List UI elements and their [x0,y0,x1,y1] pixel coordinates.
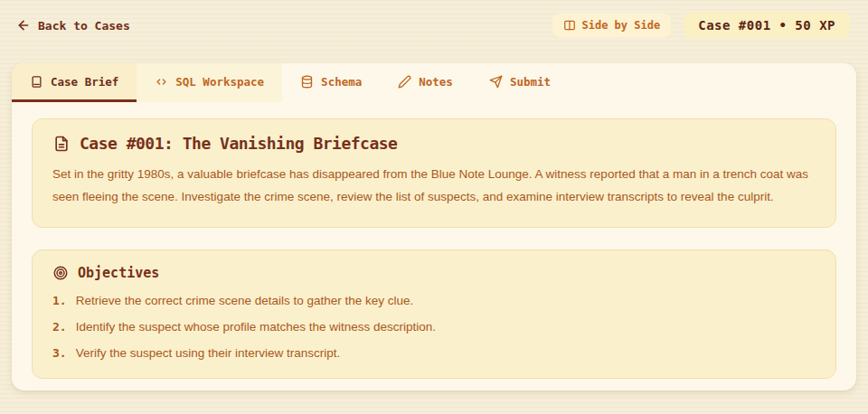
brief-title-row: Case #001: The Vanishing Briefcase [52,134,816,153]
tab-sql-workspace[interactable]: SQL Workspace [137,63,282,102]
file-text-icon [52,135,71,153]
pencil-icon [398,75,411,89]
split-columns-icon [563,19,576,32]
case-title: Case #001: The Vanishing Briefcase [80,134,397,153]
objective-number: 2. [52,320,67,334]
tab-case-brief[interactable]: Case Brief [12,63,137,102]
code-icon [155,75,168,89]
brief-card: Case #001: The Vanishing Briefcase Set i… [32,118,836,228]
target-icon [52,265,69,281]
objective-text: Identify the suspect whose profile match… [76,320,436,334]
case-card: Case Brief SQL Workspace Schema Notes Su… [12,63,856,390]
tab-label: Schema [321,75,362,89]
tab-label: Case Brief [51,75,118,89]
tab-label: Notes [419,75,453,89]
objective-item: 1. Retrieve the correct crime scene deta… [52,294,816,307]
back-to-cases-link[interactable]: Back to Cases [16,18,130,33]
objective-number: 3. [52,346,67,360]
tab-label: SQL Workspace [175,75,264,89]
tab-label: Submit [510,75,551,89]
book-icon [30,75,43,89]
objective-number: 1. [52,294,67,307]
case-xp-badge: Case #001 • 50 XP [684,12,850,39]
tab-schema[interactable]: Schema [282,63,380,102]
objectives-list: 1. Retrieve the correct crime scene deta… [52,294,816,360]
top-bar-right: Side by Side Case #001 • 50 XP [552,12,851,39]
tab-submit[interactable]: Submit [471,63,569,102]
top-bar: Back to Cases Side by Side Case #001 • 5… [0,0,868,42]
tab-bar: Case Brief SQL Workspace Schema Notes Su… [12,63,856,102]
objectives-title-row: Objectives [52,265,816,281]
case-description: Set in the gritty 1980s, a valuable brie… [52,164,816,209]
database-icon [300,75,314,89]
side-by-side-label: Side by Side [582,19,661,32]
back-to-cases-label: Back to Cases [38,19,130,33]
objectives-card: Objectives 1. Retrieve the correct crime… [32,249,836,379]
side-by-side-button[interactable]: Side by Side [552,14,672,37]
send-icon [489,75,503,89]
objective-text: Retrieve the correct crime scene details… [76,294,414,307]
tab-notes[interactable]: Notes [380,63,471,102]
objectives-title: Objectives [78,265,159,281]
case-brief-panel: Case #001: The Vanishing Briefcase Set i… [12,102,856,390]
objective-text: Verify the suspect using their interview… [76,346,341,360]
arrow-left-icon [16,18,31,33]
objective-item: 3. Verify the suspect using their interv… [52,346,816,360]
objective-item: 2. Identify the suspect whose profile ma… [52,320,816,334]
